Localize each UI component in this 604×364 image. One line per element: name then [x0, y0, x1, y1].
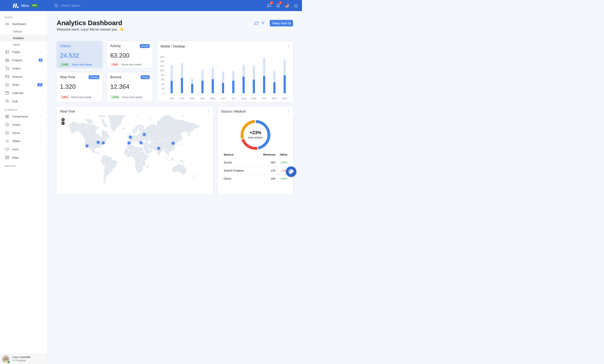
- cell-source: Direct: [224, 175, 256, 182]
- sidebar-item-label: Projects: [12, 59, 22, 62]
- chevron-up-icon: [39, 23, 41, 25]
- sidebar-section-label: ELEMENTS: [5, 108, 48, 111]
- sidebar-item-badge: 17: [37, 83, 42, 87]
- stat-value: 1.320: [60, 83, 76, 90]
- sidebar-item-forms[interactable]: Forms: [0, 129, 48, 137]
- sidebar-nav: PAGESDashboardDefaultAnalyticsSaaSPagesP…: [0, 16, 48, 168]
- sidebar-item-label: Orders: [12, 67, 21, 70]
- page-subtitle: Welcome back, Lucy! We've missed you.: [57, 27, 293, 32]
- sidebar-item-invoices[interactable]: Invoices: [0, 72, 48, 81]
- search-input-field[interactable]: [61, 4, 121, 7]
- map-marker[interactable]: [96, 140, 101, 145]
- donut-chart: +23% new visitors: [240, 120, 270, 150]
- sliders-icon: [5, 22, 9, 26]
- sidebar-item-icons[interactable]: Icons: [0, 145, 48, 153]
- world-map[interactable]: [57, 106, 213, 182]
- map-marker[interactable]: [101, 141, 105, 145]
- svg-text:Jan: Jan: [169, 97, 174, 100]
- svg-text:120: 120: [160, 64, 164, 67]
- sidebar-item-components[interactable]: Components: [0, 113, 48, 121]
- cell-value: -12%: [275, 166, 287, 175]
- stat-card-realtime: Real-TimeMonthly1.320-18%Since last week: [57, 72, 102, 102]
- heart-icon: [5, 148, 9, 151]
- svg-text:Apr: Apr: [200, 97, 205, 100]
- minus-icon: [62, 122, 64, 124]
- sidebar-item-maps[interactable]: Maps: [0, 153, 48, 162]
- sidebar-item-projects[interactable]: Projects8: [0, 56, 48, 64]
- sidebar-item-charts[interactable]: Charts: [0, 121, 48, 129]
- source-table: Source Revenue Value Social260+35%Search…: [224, 151, 287, 182]
- svg-text:Oct: Oct: [262, 97, 266, 100]
- messages-button[interactable]: 3: [265, 0, 274, 11]
- svg-text:160: 160: [160, 55, 164, 58]
- stat-change-badge: -18%: [60, 95, 69, 99]
- search-icon: [54, 4, 58, 8]
- map-marker[interactable]: [142, 132, 147, 137]
- sidebar-subitem-analytics[interactable]: Analytics: [0, 35, 48, 41]
- zoom-in-button[interactable]: [62, 118, 64, 121]
- navbar-actions: 3 7: [265, 0, 301, 11]
- map-marker[interactable]: [156, 146, 161, 151]
- map-marker[interactable]: [127, 141, 131, 145]
- sidebar-item-pages[interactable]: Pages: [0, 48, 48, 56]
- source-medium-card: Source / Medium +23% new visitors Source…: [218, 106, 293, 182]
- sidebar-item-label: Tables: [12, 139, 20, 143]
- zoom-out-button[interactable]: [62, 122, 64, 125]
- source-table-row[interactable]: Social260+35%: [224, 159, 287, 167]
- map-land: [69, 115, 200, 182]
- col-value: Value: [275, 151, 287, 159]
- sidebar-item-label: Icons: [12, 148, 19, 151]
- bar-chart: 020406080100120140160JanFebMarAprMayJunJ…: [161, 52, 290, 100]
- brand-link[interactable]: Mira PRO: [13, 3, 38, 8]
- sidebar-item-orders[interactable]: Orders: [0, 64, 48, 72]
- svg-text:80: 80: [161, 73, 164, 76]
- refresh-button[interactable]: [254, 21, 258, 25]
- stat-change-badge: +27%: [110, 95, 120, 99]
- sidebar-item-dashboard[interactable]: Dashboard: [0, 20, 48, 28]
- sidebar-item-auth[interactable]: Auth: [0, 97, 48, 105]
- check-square-icon: [5, 131, 9, 135]
- sidebar-subitem-default[interactable]: Default: [0, 28, 48, 35]
- map-marker[interactable]: [171, 141, 175, 146]
- sidebar-subitem-saas[interactable]: SaaS: [0, 41, 48, 48]
- svg-text:Aug: Aug: [241, 97, 246, 100]
- sidebar-subitem-label: Default: [13, 30, 22, 33]
- brand-pro-badge: PRO: [31, 4, 38, 7]
- sidebar-item-calendar[interactable]: Calendar: [0, 89, 48, 97]
- svg-text:20: 20: [161, 87, 164, 90]
- stat-period-text: Since last week: [72, 63, 92, 66]
- notifications-button[interactable]: 7: [274, 0, 282, 11]
- cell-revenue: 125: [256, 166, 275, 175]
- cell-revenue: 164: [256, 175, 275, 182]
- svg-text:60: 60: [161, 78, 164, 81]
- search-input[interactable]: [54, 4, 121, 8]
- source-table-row[interactable]: Search Engines125-12%: [224, 166, 287, 175]
- sidebar-item-label: Invoices: [12, 75, 23, 78]
- more-menu-icon[interactable]: [287, 44, 289, 48]
- stat-change-badge: +14%: [60, 63, 70, 67]
- check-square-icon: [5, 83, 9, 87]
- sidebar-subitem-label: Analytics: [13, 36, 24, 40]
- stat-period-badge[interactable]: Annual: [140, 44, 150, 48]
- map-marker[interactable]: [128, 135, 133, 139]
- briefcase-icon: [5, 58, 9, 62]
- calendar-icon: [5, 91, 9, 95]
- svg-text:Nov: Nov: [272, 97, 277, 100]
- sidebar-item-label: Auth: [12, 100, 18, 103]
- sidebar-item-tables[interactable]: Tables: [0, 137, 48, 145]
- stat-period-badge[interactable]: Yearly: [141, 75, 150, 79]
- col-source: Source: [224, 151, 256, 159]
- stat-period-badge[interactable]: Monthly: [88, 75, 100, 79]
- sidebar-item-tasks[interactable]: Tasks17: [0, 81, 48, 89]
- source-table-row[interactable]: Direct164+46%: [224, 175, 287, 182]
- sidebar-item-label: Dashboard: [12, 22, 26, 25]
- filter-button[interactable]: [261, 21, 265, 25]
- svg-text:0: 0: [163, 92, 164, 95]
- theme-customizer-button[interactable]: [286, 166, 296, 177]
- language-button[interactable]: [282, 0, 291, 11]
- map-marker[interactable]: [139, 140, 143, 145]
- logout-button[interactable]: [292, 0, 301, 11]
- date-button[interactable]: Today: April 29: [270, 20, 293, 26]
- more-menu-icon[interactable]: [287, 110, 289, 113]
- map-marker[interactable]: [85, 144, 89, 148]
